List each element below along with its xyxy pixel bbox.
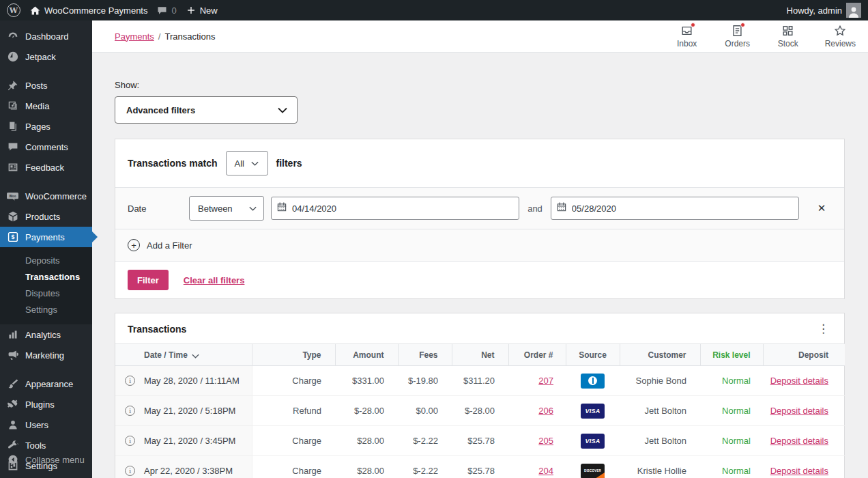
column-header-amount[interactable]: Amount: [335, 344, 398, 366]
sidebar-item-plugins[interactable]: Plugins: [0, 394, 92, 414]
column-header-datetime[interactable]: Date / Time: [115, 344, 252, 366]
risk-level-badge: Normal: [700, 426, 763, 456]
date-from-wrap: [271, 197, 519, 220]
submenu-label: Disputes: [25, 288, 60, 298]
order-link[interactable]: 207: [538, 376, 553, 386]
sidebar-item-label: Marketing: [25, 350, 64, 361]
sidebar-item-media[interactable]: Media: [0, 96, 92, 116]
match-prefix: Transactions match: [128, 158, 218, 169]
info-icon[interactable]: i: [125, 466, 135, 476]
column-header-deposit[interactable]: Deposit: [763, 344, 845, 366]
breadcrumb-payments-link[interactable]: Payments: [115, 31, 154, 42]
inbox-tab[interactable]: Inbox: [674, 24, 701, 48]
diners-club-card-icon: [581, 374, 605, 389]
submenu-item-deposits[interactable]: Deposits: [0, 252, 92, 268]
order-link[interactable]: 205: [538, 436, 553, 446]
sidebar-item-products[interactable]: Products: [0, 206, 92, 227]
add-filter-button[interactable]: + Add a Filter: [128, 239, 192, 251]
site-menu[interactable]: WooCommerce Payments: [30, 5, 147, 16]
date-from-input[interactable]: [271, 197, 519, 220]
deposit-details-link[interactable]: Deposit details: [770, 406, 828, 416]
sidebar-item-marketing[interactable]: Marketing: [0, 345, 92, 365]
risk-level-badge: Normal: [700, 456, 763, 478]
remove-filter-button[interactable]: ✕: [811, 198, 832, 219]
user-icon: [6, 419, 19, 430]
transaction-amount: $28.00: [335, 426, 398, 456]
match-value: All: [235, 158, 244, 169]
sidebar-item-payments[interactable]: $ Payments: [0, 227, 92, 247]
stock-tab[interactable]: Stock: [775, 24, 802, 48]
submenu-item-disputes[interactable]: Disputes: [0, 285, 92, 301]
match-select[interactable]: All: [226, 151, 268, 175]
svg-text:$: $: [11, 234, 14, 240]
transaction-type: Charge: [252, 366, 335, 396]
sidebar-item-posts[interactable]: Posts: [0, 75, 92, 96]
kebab-menu-icon[interactable]: ⋮: [813, 322, 833, 336]
info-icon[interactable]: i: [125, 376, 135, 386]
sidebar-item-jetpack[interactable]: Jetpack: [0, 46, 92, 67]
filter-actions-row: Filter Clear all filters: [115, 262, 844, 298]
sidebar-item-pages[interactable]: Pages: [0, 116, 92, 137]
transaction-fees: $0.00: [398, 396, 452, 426]
filter-button[interactable]: Filter: [128, 270, 169, 290]
submenu-item-transactions[interactable]: Transactions: [0, 268, 92, 285]
clear-all-filters-link[interactable]: Clear all filters: [184, 275, 245, 285]
deposit-details-link[interactable]: Deposit details: [770, 376, 828, 386]
sidebar-item-label: WooCommerce: [25, 191, 87, 201]
sidebar-item-appearance[interactable]: Appearance: [0, 374, 92, 394]
column-header-source[interactable]: Source: [566, 344, 620, 366]
wordpress-logo-icon[interactable]: W: [7, 3, 20, 17]
submenu-label: Settings: [25, 305, 57, 315]
show-label: Show:: [115, 80, 845, 90]
orders-label: Orders: [725, 39, 750, 48]
transaction-datetime: May 28, 2020 / 11:11AM: [144, 376, 240, 386]
new-content-menu[interactable]: New: [186, 5, 218, 16]
deposit-details-link[interactable]: Deposit details: [770, 436, 828, 446]
column-header-net[interactable]: Net: [452, 344, 508, 366]
info-icon[interactable]: i: [125, 406, 135, 416]
date-operator-value: Between: [198, 203, 233, 214]
account-menu[interactable]: Howdy, admin: [787, 3, 861, 18]
sidebar-item-label: Plugins: [25, 399, 55, 410]
menu-separator: [0, 365, 92, 374]
reviews-tab[interactable]: Reviews: [825, 24, 856, 48]
date-filter-row: Date Between and: [115, 187, 844, 229]
dashboard-icon: [6, 31, 19, 42]
sidebar-item-label: Products: [25, 212, 60, 222]
info-icon[interactable]: i: [125, 436, 135, 446]
orders-tab[interactable]: Orders: [724, 24, 751, 48]
order-link[interactable]: 204: [538, 466, 553, 476]
sidebar-item-dashboard[interactable]: Dashboard: [0, 26, 92, 46]
column-header-customer[interactable]: Customer: [620, 344, 700, 366]
sidebar-item-feedback[interactable]: Feedback: [0, 157, 92, 178]
sidebar-item-comments[interactable]: Comments: [0, 137, 92, 157]
date-operator-select[interactable]: Between: [189, 196, 264, 221]
chevron-down-icon: [278, 104, 287, 116]
report-filter-select[interactable]: Advanced filters: [115, 96, 298, 124]
stock-label: Stock: [778, 39, 798, 48]
advanced-filters-card: Transactions match All filters Date Betw…: [115, 139, 845, 299]
deposit-details-link[interactable]: Deposit details: [770, 466, 828, 476]
date-to-input[interactable]: [551, 197, 799, 220]
sidebar-item-woocommerce[interactable]: Woo WooCommerce: [0, 186, 92, 206]
transaction-net: $25.78: [452, 456, 508, 478]
orders-icon: [732, 24, 743, 38]
column-header-order[interactable]: Order #: [508, 344, 566, 366]
sidebar-item-analytics[interactable]: Analytics: [0, 324, 92, 345]
table-row: iApr 22, 2020 / 3:38PM Charge $28.00 $-2…: [115, 456, 845, 478]
order-link[interactable]: 206: [538, 406, 553, 416]
page-header: Payments / Transactions Inbox Orders: [92, 20, 868, 53]
column-header-fees[interactable]: Fees: [398, 344, 452, 366]
add-filter-row: + Add a Filter: [115, 229, 844, 262]
sidebar-item-users[interactable]: Users: [0, 414, 92, 435]
sidebar-item-label: Media: [25, 101, 49, 111]
submenu-item-settings[interactable]: Settings: [0, 301, 92, 318]
collapse-menu-button[interactable]: Collapse menu: [0, 449, 92, 470]
column-header-type[interactable]: Type: [252, 344, 335, 366]
table-row: iMay 28, 2020 / 11:11AM Charge $331.00 $…: [115, 366, 845, 396]
comments-shortcut[interactable]: 0: [157, 5, 176, 16]
transaction-amount: $331.00: [335, 366, 398, 396]
admin-bar: W WooCommerce Payments 0 New Howdy, admi…: [0, 0, 868, 20]
column-header-risk[interactable]: Risk level: [700, 344, 763, 366]
woocommerce-icon: Woo: [6, 191, 19, 201]
